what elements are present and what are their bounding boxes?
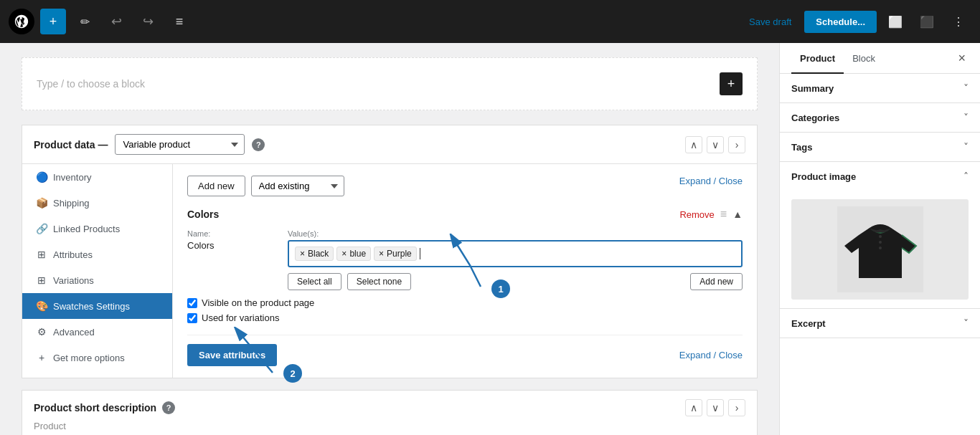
product-nav: 🔵 Inventory 📦 Shipping 🔗 Linked Products xyxy=(22,164,173,378)
list-view-button[interactable]: ≡ xyxy=(166,9,192,34)
colors-collapse-arrow[interactable]: ▲ xyxy=(732,209,743,220)
save-attributes-row: Save attributes Expand / Close xyxy=(187,335,743,366)
edit-icon-button[interactable]: ✏ xyxy=(72,9,98,34)
short-desc-more-button[interactable]: › xyxy=(728,399,745,416)
summary-title: Summary xyxy=(791,83,834,94)
tags-chevron-icon: ˅ xyxy=(963,141,969,153)
sidebar-item-label: Inventory xyxy=(53,172,91,183)
variations-icon: ⊞ xyxy=(36,274,47,286)
svg-point-2 xyxy=(879,241,882,244)
add-buttons-row: Add new Add existing Expand / Close xyxy=(187,176,743,196)
select-none-button[interactable]: Select none xyxy=(347,273,411,290)
more-button[interactable]: › xyxy=(728,136,745,153)
product-image-chevron-icon: ˄ xyxy=(963,171,969,182)
schedule-button[interactable]: Schedule... xyxy=(804,11,877,33)
editor-area: Type / to choose a block + Product data … xyxy=(0,43,779,435)
short-desc-expand-button[interactable]: ∨ xyxy=(707,399,724,416)
short-description-preview: Product xyxy=(34,421,745,431)
tag-blue-remove: × xyxy=(341,249,347,259)
excerpt-title: Excerpt xyxy=(791,318,826,329)
linked-products-icon: 🔗 xyxy=(36,223,47,234)
summary-section-header[interactable]: Summary ˅ xyxy=(780,74,980,102)
sidebar-item-shipping[interactable]: 📦 Shipping xyxy=(22,190,172,216)
drag-handle-icon[interactable]: ≡ xyxy=(720,208,727,221)
sidebar-item-get-more-options[interactable]: + Get more options xyxy=(22,345,172,371)
product-image-section-header[interactable]: Product image ˄ xyxy=(780,162,980,191)
tag-purple[interactable]: × Purple xyxy=(374,247,417,261)
attribute-action-buttons: Select all Select none Add new xyxy=(288,273,743,290)
collapse-all-button[interactable]: ∧ xyxy=(685,136,702,153)
sidebar-item-linked-products[interactable]: 🔗 Linked Products xyxy=(22,216,172,242)
save-draft-button[interactable]: Save draft xyxy=(742,12,798,32)
variations-checkbox-row: Used for variations xyxy=(187,312,743,323)
settings-panel-button[interactable]: ⬛ xyxy=(914,9,940,34)
more-options-button[interactable]: ⋮ xyxy=(946,9,971,34)
collapse-buttons: ∧ ∨ › xyxy=(685,136,745,153)
colors-title: Colors xyxy=(187,209,219,220)
sidebar-item-label: Variations xyxy=(53,275,94,286)
expand-close-link-2[interactable]: Expand / Close xyxy=(679,350,743,360)
remove-link[interactable]: Remove xyxy=(679,209,714,220)
inventory-icon: 🔵 xyxy=(36,171,47,183)
panel-tabs: Product Block × xyxy=(780,43,980,74)
categories-section-header[interactable]: Categories ˅ xyxy=(780,103,980,132)
variations-checkbox[interactable] xyxy=(187,313,197,323)
tag-purple-remove: × xyxy=(379,249,384,259)
sidebar-item-label: Get more options xyxy=(53,353,125,363)
attribute-values-col: Value(s): × Black × blue xyxy=(288,229,743,290)
short-description-label: Product short description xyxy=(34,402,156,414)
expand-close-link[interactable]: Expand / Close xyxy=(679,176,743,196)
summary-chevron-icon: ˅ xyxy=(963,82,969,94)
panel-section-product-image: Product image ˄ xyxy=(780,162,980,309)
visible-label: Visible on the product page xyxy=(202,297,314,308)
product-thumbnail xyxy=(791,199,969,300)
product-image-container[interactable] xyxy=(780,191,980,308)
sidebar-item-swatches-settings[interactable]: 🎨 Swatches Settings xyxy=(22,293,172,319)
wp-logo[interactable] xyxy=(9,9,34,34)
sidebar-item-inventory[interactable]: 🔵 Inventory xyxy=(22,164,172,190)
select-all-button[interactable]: Select all xyxy=(288,273,341,290)
categories-chevron-icon: ˅ xyxy=(963,112,969,123)
attribute-row: Name: Colors Value(s): × Black xyxy=(187,229,743,290)
short-description-header: Product short description ? ∧ ∨ › xyxy=(34,399,745,416)
attribute-name-col: Name: Colors xyxy=(187,229,273,290)
expand-all-button[interactable]: ∨ xyxy=(707,136,724,153)
panel-close-button[interactable]: × xyxy=(955,51,969,66)
tag-black[interactable]: × Black xyxy=(295,247,334,261)
short-desc-help-icon[interactable]: ? xyxy=(162,401,175,414)
add-existing-select[interactable]: Add existing xyxy=(251,176,344,196)
sidebar-item-variations[interactable]: ⊞ Variations xyxy=(22,267,172,293)
tag-input-area[interactable]: × Black × blue × Purple xyxy=(288,240,743,267)
get-more-icon: + xyxy=(36,352,47,363)
product-type-select[interactable]: Variable product Simple product Grouped … xyxy=(115,134,245,155)
short-desc-collapse-button[interactable]: ∧ xyxy=(685,399,702,416)
excerpt-section-header[interactable]: Excerpt ˅ xyxy=(780,309,980,338)
right-panel: Product Block × Summary ˅ Categories ˅ T… xyxy=(779,43,980,435)
advanced-icon: ⚙ xyxy=(36,326,47,338)
add-new-tag-button[interactable]: Add new xyxy=(690,273,743,290)
redo-button[interactable]: ↪ xyxy=(135,9,161,34)
tag-purple-text: Purple xyxy=(387,249,412,259)
tag-black-text: Black xyxy=(308,249,329,259)
product-type-help-icon[interactable]: ? xyxy=(252,138,265,151)
tags-section-header[interactable]: Tags ˅ xyxy=(780,133,980,161)
panel-section-tags: Tags ˅ xyxy=(780,133,980,162)
sidebar-item-attributes[interactable]: ⊞ Attributes xyxy=(22,242,172,267)
visible-checkbox-row: Visible on the product page xyxy=(187,297,743,308)
toolbar: + ✏ ↩ ↪ ≡ Save draft Schedule... ⬜ ⬛ ⋮ xyxy=(0,0,980,43)
view-button[interactable]: ⬜ xyxy=(882,9,908,34)
add-new-button[interactable]: Add new xyxy=(187,176,245,196)
save-attributes-button[interactable]: Save attributes xyxy=(187,344,277,366)
sidebar-item-label: Advanced xyxy=(53,327,95,338)
sidebar-item-label: Linked Products xyxy=(53,224,120,234)
tag-blue[interactable]: × blue xyxy=(336,247,371,261)
panel-section-categories: Categories ˅ xyxy=(780,103,980,133)
add-block-button[interactable]: + xyxy=(720,72,743,95)
sidebar-item-advanced[interactable]: ⚙ Advanced xyxy=(22,319,172,345)
tab-product[interactable]: Product xyxy=(791,43,844,74)
undo-button[interactable]: ↩ xyxy=(103,9,129,34)
tab-block[interactable]: Block xyxy=(844,43,884,74)
panel-section-excerpt: Excerpt ˅ xyxy=(780,309,980,338)
visible-checkbox[interactable] xyxy=(187,298,197,308)
add-block-toolbar-button[interactable]: + xyxy=(40,9,66,34)
